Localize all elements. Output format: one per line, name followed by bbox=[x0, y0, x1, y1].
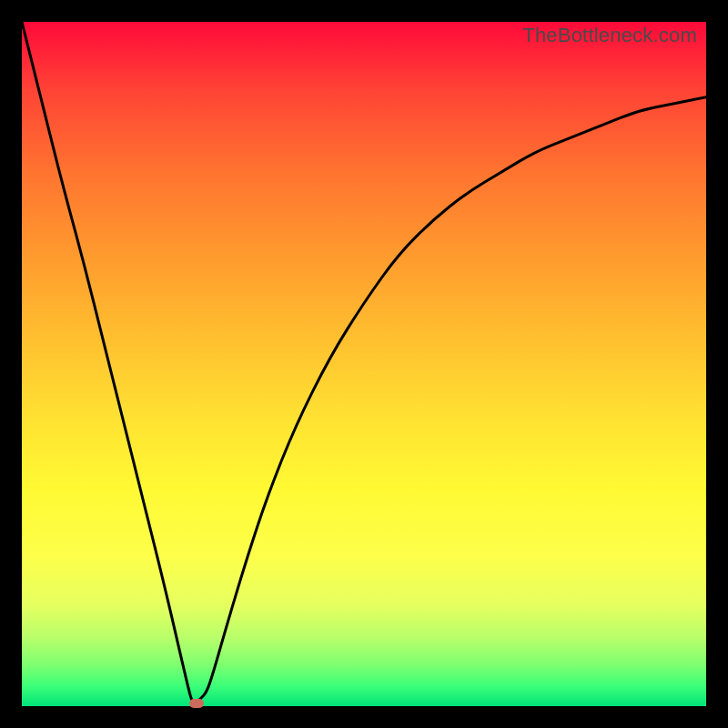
curve-path bbox=[22, 22, 706, 703]
optimal-marker bbox=[189, 699, 204, 708]
chart-frame: TheBottleneck.com bbox=[22, 22, 706, 706]
bottleneck-curve bbox=[22, 22, 706, 706]
